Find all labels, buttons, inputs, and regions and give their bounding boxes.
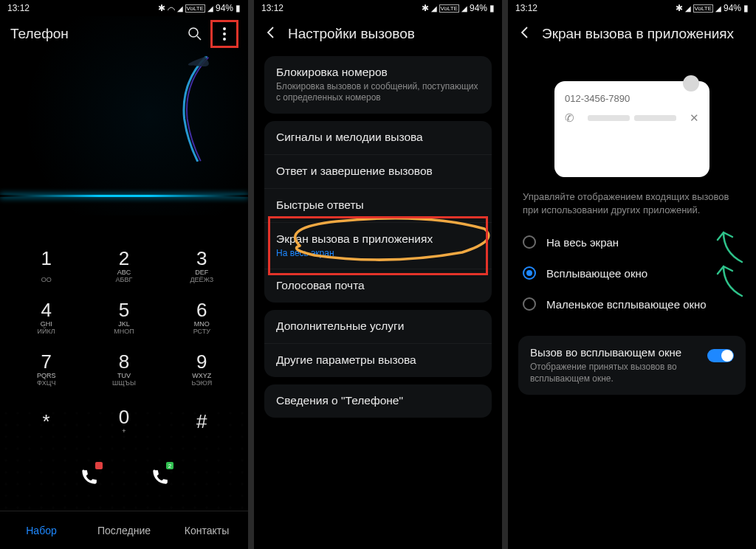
- back-button[interactable]: [518, 26, 533, 43]
- volte-icon: VoLTE: [185, 4, 205, 13]
- tab-dialer[interactable]: Набор: [0, 511, 83, 549]
- item-subtitle: Блокировка вызовов и сообщений, поступаю…: [276, 81, 480, 103]
- signal-icon-2: ◢: [207, 4, 213, 13]
- radio-icon-selected: [523, 266, 536, 280]
- key-6[interactable]: 6MNOРСТУ: [163, 292, 241, 344]
- radio-icon: [523, 297, 536, 311]
- page-title: Экран вызова в приложениях: [542, 26, 746, 42]
- description-text: Управляйте отображением входящих вызовов…: [508, 190, 756, 216]
- radio-label: Маленькое всплывающее окно: [546, 298, 707, 311]
- call-popup-preview: 012-3456-7890 ✆ ✕: [554, 81, 709, 177]
- tab-recent[interactable]: Последние: [83, 511, 165, 549]
- sim-badge: 2: [166, 462, 173, 469]
- phone-icon: [79, 468, 98, 487]
- key-8[interactable]: 8TUVШЩЪЫ: [85, 344, 162, 396]
- phone-answer-icon: ✆: [565, 111, 574, 125]
- radio-label: На весь экран: [546, 236, 619, 249]
- phone-icon: [150, 468, 169, 487]
- bottom-tabs: Набор Последние Контакты: [0, 511, 248, 549]
- sim-badge: [95, 462, 103, 469]
- wallpaper: [0, 16, 248, 215]
- status-bar: 13:12 ✱ ◢ VoLTE ◢ 94% ▮: [508, 0, 756, 16]
- signal-icon-2: ◢: [715, 4, 721, 13]
- item-quick-replies[interactable]: Быстрые ответы: [264, 189, 492, 223]
- status-bar: 13:12 ✱ ◢ VoLTE ◢ 94% ▮: [0, 0, 248, 16]
- avatar-icon: [683, 75, 699, 92]
- radio-mini-popup[interactable]: Маленькое всплывающее окно: [514, 289, 750, 320]
- item-voicemail[interactable]: Голосовая почта: [264, 269, 492, 303]
- settings-group-1: Сигналы и мелодии вызова Ответ и заверше…: [264, 121, 492, 303]
- bluetooth-icon: ✱: [158, 3, 165, 13]
- chevron-left-icon: [264, 26, 278, 39]
- item-block-numbers[interactable]: Блокировка номеров Блокировка вызовов и …: [264, 56, 492, 114]
- key-7[interactable]: 7PQRSФХЦЧ: [7, 344, 85, 396]
- wallpaper-graphic: [171, 55, 229, 164]
- chevron-left-icon: [518, 26, 532, 39]
- toggle-switch-on[interactable]: [707, 349, 734, 362]
- screenshot-2-call-settings: 13:12 ✱ ◢ VoLTE ◢ 94% ▮ Настройки вызово…: [254, 0, 502, 549]
- page-title: Настройки вызовов: [288, 26, 492, 42]
- item-about-phone[interactable]: Сведения о "Телефоне": [264, 384, 492, 418]
- page-header: Настройки вызовов: [254, 16, 502, 52]
- signal-icon-2: ◢: [461, 4, 467, 13]
- dialpad: 1 ОО2ABCАБВГ3DEFДЕЁЖЗ4GHIИЙКЛ5JKLМНОП6MN…: [0, 241, 248, 447]
- item-title: Блокировка номеров: [276, 66, 480, 79]
- key-9[interactable]: 9WXYZЬЭЮЯ: [163, 344, 241, 396]
- key-5[interactable]: 5JKLМНОП: [85, 292, 162, 344]
- popup-call-toggle-card[interactable]: Вызов во всплывающем окне Отображение пр…: [518, 336, 746, 395]
- battery-icon: ▮: [743, 3, 749, 13]
- bluetooth-icon: ✱: [676, 3, 683, 13]
- battery-percent: 94%: [470, 3, 487, 13]
- volte-icon: VoLTE: [439, 4, 459, 13]
- preview-phone-number: 012-3456-7890: [565, 93, 630, 104]
- item-supplementary[interactable]: Дополнительные услуги: [264, 310, 492, 344]
- radio-fullscreen[interactable]: На весь экран: [514, 227, 750, 258]
- status-bar: 13:12 ✱ ◢ VoLTE ◢ 94% ▮: [254, 0, 502, 16]
- item-other-settings[interactable]: Другие параметры вызова: [264, 344, 492, 377]
- battery-icon: ▮: [236, 3, 241, 13]
- item-value: На весь экран: [276, 248, 480, 258]
- wifi-icon: [168, 4, 175, 12]
- battery-percent: 94%: [724, 3, 741, 13]
- radio-label: Всплывающее окно: [546, 267, 647, 280]
- toggle-subtitle: Отображение принятых вызовов во всплываю…: [530, 362, 698, 384]
- key-0[interactable]: 0+: [85, 396, 162, 447]
- clock: 13:12: [7, 3, 30, 13]
- call-buttons-row: 2: [0, 460, 248, 494]
- phone-decline-icon: ✕: [690, 111, 699, 125]
- key-2[interactable]: 2ABCАБВГ: [85, 241, 162, 292]
- key-*[interactable]: *: [7, 396, 85, 447]
- screenshot-3-call-display-settings: 13:12 ✱ ◢ VoLTE ◢ 94% ▮ Экран вызова в п…: [508, 0, 756, 549]
- page-header: Экран вызова в приложениях: [508, 16, 756, 52]
- screenshot-1-dialer: 13:12 ✱ ◢ VoLTE ◢ 94% ▮ Телефон 1 ОО2ABC…: [0, 0, 248, 549]
- radio-icon: [523, 235, 536, 249]
- key-4[interactable]: 4GHIИЙКЛ: [7, 292, 85, 344]
- tab-contacts[interactable]: Контакты: [165, 511, 248, 549]
- signal-icon: ◢: [431, 4, 437, 13]
- signal-icon: ◢: [177, 4, 183, 13]
- key-#[interactable]: #: [163, 396, 241, 447]
- settings-list: Блокировка номеров Блокировка вызовов и …: [254, 52, 502, 428]
- item-title: Экран вызова в приложениях: [276, 232, 480, 246]
- radio-popup[interactable]: Всплывающее окно: [514, 258, 750, 289]
- volte-icon: VoLTE: [693, 4, 713, 13]
- toggle-title: Вызов во всплывающем окне: [530, 346, 698, 359]
- clock: 13:12: [261, 3, 284, 13]
- key-1[interactable]: 1 ОО: [7, 241, 85, 292]
- item-ringtones[interactable]: Сигналы и мелодии вызова: [264, 121, 492, 155]
- battery-icon: ▮: [489, 3, 495, 13]
- key-3[interactable]: 3DEFДЕЁЖЗ: [163, 241, 241, 292]
- radio-group: На весь экран Всплывающее окно Маленькое…: [508, 227, 756, 320]
- item-answer-end[interactable]: Ответ и завершение вызовов: [264, 155, 492, 189]
- item-call-display[interactable]: Экран вызова в приложениях На весь экран: [264, 223, 492, 269]
- settings-group-2: Дополнительные услуги Другие параметры в…: [264, 310, 492, 377]
- call-sim1-button[interactable]: [72, 460, 106, 494]
- item-title: Сведения о "Телефоне": [276, 394, 480, 407]
- highlight-box: [270, 218, 486, 273]
- battery-percent: 94%: [216, 3, 233, 13]
- bluetooth-icon: ✱: [422, 3, 429, 13]
- clock: 13:12: [515, 3, 537, 13]
- signal-icon: ◢: [685, 4, 691, 13]
- back-button[interactable]: [264, 26, 279, 43]
- call-sim2-button[interactable]: 2: [142, 460, 176, 494]
